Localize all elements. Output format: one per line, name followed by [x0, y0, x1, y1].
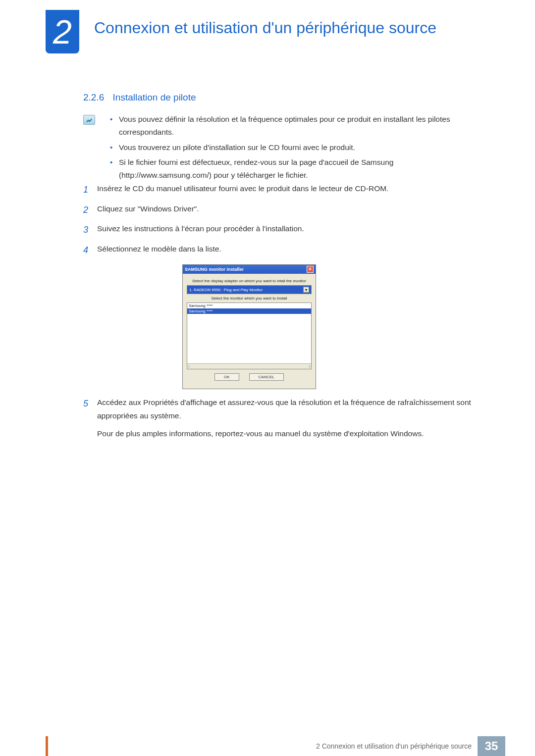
step-item: 3 Suivez les instructions à l'écran pour…	[83, 222, 480, 238]
page-footer: 2 Connexion et utilisation d'un périphér…	[0, 736, 535, 756]
step-text: Accédez aux Propriétés d'affichage et as…	[97, 396, 480, 422]
note-item: Si le fichier fourni est défectueux, ren…	[110, 156, 480, 182]
footer-accent-bar	[46, 736, 48, 756]
installer-label-monitor: Select the monitor which you want to ins…	[187, 296, 312, 301]
step-number: 5	[83, 396, 97, 422]
step-additional-text: Pour de plus amples informations, report…	[97, 427, 480, 440]
list-item[interactable]: Samsung ****	[187, 303, 311, 308]
cancel-button[interactable]: CANCEL	[249, 373, 284, 381]
step-number: 3	[83, 222, 97, 238]
installer-title: SAMSUNG monitor installer	[185, 267, 244, 272]
section-number: 2.2.6	[83, 92, 104, 102]
installer-dialog: SAMSUNG monitor installer × Select the d…	[182, 264, 316, 389]
ok-button[interactable]: OK	[214, 373, 239, 381]
steps-list: 1 Insérez le CD du manuel utilisateur fo…	[83, 182, 480, 440]
horizontal-scrollbar[interactable]: ‹›	[187, 363, 311, 369]
step-number: 2	[83, 202, 97, 218]
installer-titlebar: SAMSUNG monitor installer ×	[183, 265, 316, 274]
step-item: 4 Sélectionnez le modèle dans la liste.	[83, 243, 480, 258]
close-icon[interactable]: ×	[307, 266, 314, 273]
list-item-selected[interactable]: Samsung ****	[187, 308, 311, 314]
footer-chapter-ref: 2 Connexion et utilisation d'un périphér…	[316, 742, 472, 750]
section-title: Installation de pilote	[113, 92, 196, 102]
step-number: 4	[83, 243, 97, 258]
chapter-title: Connexion et utilisation d'un périphériq…	[94, 18, 436, 38]
note-icon	[83, 115, 95, 125]
step-text: Cliquez sur "Windows Driver".	[97, 202, 480, 218]
adapter-select-value: 1. RADEON 9550 : Plug and Play Monitor	[189, 288, 263, 292]
step-item: 5 Accédez aux Propriétés d'affichage et …	[83, 396, 480, 422]
page-number: 35	[478, 736, 505, 756]
step-number: 1	[83, 182, 97, 198]
note-item: Vous pouvez définir la résolution et la …	[110, 113, 480, 139]
adapter-select[interactable]: 1. RADEON 9550 : Plug and Play Monitor ▾	[187, 285, 312, 294]
step-text: Sélectionnez le modèle dans la liste.	[97, 243, 480, 258]
note-item: Vous trouverez un pilote d'installation …	[110, 141, 480, 154]
installer-label-adapter: Select the display adapter on which you …	[187, 279, 312, 283]
monitor-list[interactable]: Samsung **** Samsung **** ‹›	[187, 302, 312, 369]
step-item: 2 Cliquez sur "Windows Driver".	[83, 202, 480, 218]
chevron-down-icon[interactable]: ▾	[303, 287, 309, 293]
note-block: Vous pouvez définir la résolution et la …	[83, 113, 480, 184]
step-text: Insérez le CD du manuel utilisateur four…	[97, 182, 480, 198]
step-text: Suivez les instructions à l'écran pour p…	[97, 222, 480, 238]
chapter-number-badge: 2	[46, 10, 79, 53]
step-item: 1 Insérez le CD du manuel utilisateur fo…	[83, 182, 480, 198]
section-heading: 2.2.6 Installation de pilote	[83, 92, 196, 103]
